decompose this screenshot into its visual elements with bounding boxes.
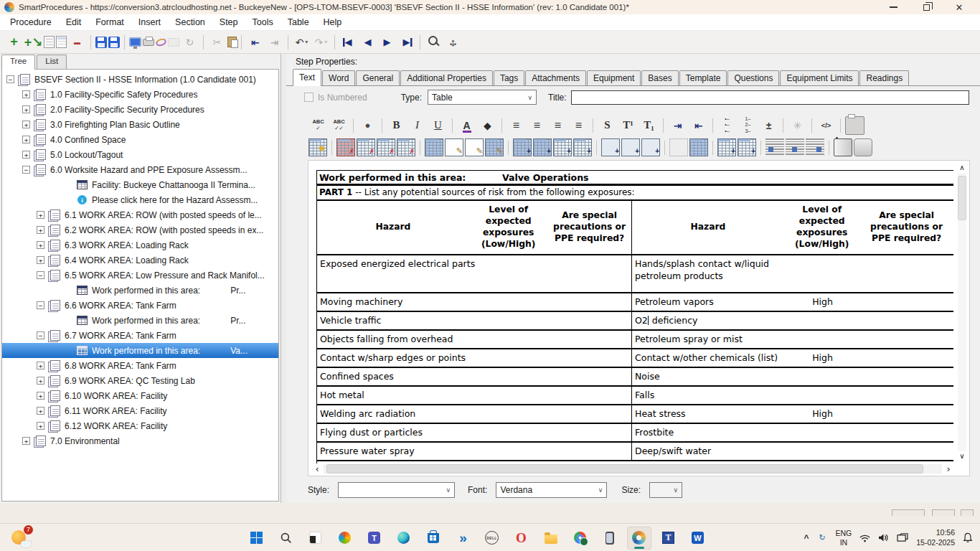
- horizontal-scroll-thumb[interactable]: [326, 464, 923, 474]
- exposure-level-cell[interactable]: [785, 312, 860, 329]
- table-properties-button[interactable]: [425, 138, 443, 156]
- wifi-icon[interactable]: [859, 534, 870, 542]
- collapse-icon[interactable]: −: [6, 75, 14, 83]
- hazard-cell-left[interactable]: Hot metal: [317, 387, 631, 404]
- merge-cells-button[interactable]: +: [621, 138, 640, 156]
- work-area-row[interactable]: Work performed in this area: Valve Opera…: [317, 171, 953, 186]
- collapse-icon[interactable]: −: [37, 331, 44, 339]
- tree-item-4-0-confined-space[interactable]: +4.0 Confined Space: [2, 132, 278, 147]
- collapse-icon[interactable]: −: [37, 271, 44, 279]
- close-button[interactable]: ✕: [943, 1, 976, 14]
- spell-check-as-you-type-button[interactable]: ABC ✓✓: [329, 116, 349, 135]
- weather-widget[interactable]: 7: [10, 527, 32, 549]
- bold-button[interactable]: B: [387, 116, 406, 135]
- indent-text-button[interactable]: ⇥: [668, 116, 687, 135]
- tab-readings[interactable]: Readings: [859, 70, 909, 85]
- delete-step-button[interactable]: ▬: [68, 33, 86, 51]
- expand-icon[interactable]: +: [22, 136, 30, 143]
- hazard-cell-left[interactable]: Welding arc radiation: [317, 405, 631, 423]
- precautions-cell[interactable]: [860, 331, 953, 348]
- hazard-cell-right[interactable]: Heat stress: [631, 405, 785, 423]
- tree-item-1-0-facility-specific-safety-procedures[interactable]: +1.0 Facility-Specific Safety Procedures: [2, 87, 278, 102]
- superscript-button[interactable]: T¹: [618, 116, 638, 135]
- justify-button[interactable]: ≡: [569, 116, 588, 135]
- tree-item-7-0-environmental[interactable]: +7.0 Environmental: [2, 433, 278, 448]
- tab-tags[interactable]: Tags: [494, 70, 524, 85]
- menu-step[interactable]: Step: [212, 15, 245, 29]
- tab-attachments[interactable]: Attachments: [525, 70, 586, 85]
- tab-bases[interactable]: Bases: [641, 70, 678, 85]
- menu-section[interactable]: Section: [168, 15, 212, 29]
- taskbar-smartprocedures-icon[interactable]: [627, 527, 651, 550]
- expand-icon[interactable]: +: [37, 392, 44, 400]
- tree-item-6-5-work-area-low-pressure-and-rack-mani[interactable]: −6.5 WORK AREA: Low Pressure and Rack Ma…: [2, 268, 278, 283]
- tree-item-6-1-work-area-row-with-posted-speeds-of-[interactable]: +6.1 WORK AREA: ROW (with posted speeds …: [2, 207, 278, 222]
- last-step-button[interactable]: ▶: [397, 33, 415, 51]
- menu-edit[interactable]: Edit: [59, 15, 89, 29]
- size-select[interactable]: ∨: [649, 482, 682, 498]
- scroll-right-icon[interactable]: ›: [943, 463, 953, 474]
- taskbar-teams-icon[interactable]: T: [362, 527, 387, 550]
- panel-splitter[interactable]: [281, 54, 286, 503]
- scroll-left-icon[interactable]: ‹: [312, 463, 322, 474]
- align-right-button[interactable]: ≡: [548, 116, 567, 135]
- type-select[interactable]: Table ∨: [428, 90, 537, 105]
- taskbar-dell-icon[interactable]: DELL: [480, 527, 504, 550]
- expand-icon[interactable]: +: [37, 211, 44, 219]
- expand-icon[interactable]: +: [22, 121, 30, 128]
- tree-item-6-9-work-area-qc-testing-lab[interactable]: +6.9 WORK AREA: QC Testing Lab: [2, 373, 278, 388]
- hazard-cell-left[interactable]: Pressure water spray: [317, 443, 631, 460]
- exposure-level-cell[interactable]: [785, 424, 860, 441]
- add-step-button[interactable]: +: [5, 33, 23, 51]
- sync-icon[interactable]: ↻: [817, 532, 828, 543]
- precautions-cell[interactable]: [860, 424, 953, 441]
- taskbar-phone-link-icon[interactable]: [598, 527, 622, 550]
- tab-template[interactable]: Template: [679, 70, 727, 85]
- exposure-level-cell[interactable]: High: [785, 405, 860, 423]
- hazard-cell-right[interactable]: Deep/swift water: [631, 443, 785, 460]
- step-text-editor[interactable]: Work performed in this area: Valve Opera…: [308, 160, 970, 476]
- tab-word[interactable]: Word: [322, 70, 355, 85]
- tree-item-bsevf-section-ii-hsse-information-1-0-ca[interactable]: −BSEVF Section II - HSSE Information (1.…: [2, 72, 278, 87]
- taskbar-copilot-icon[interactable]: [333, 527, 357, 550]
- save-as-button[interactable]: [95, 37, 107, 48]
- speaker-icon[interactable]: [878, 533, 889, 542]
- expand-icon[interactable]: +: [22, 90, 30, 98]
- hazard-cell-left[interactable]: Exposed energized electrical parts: [317, 255, 631, 292]
- expand-icon[interactable]: +: [37, 422, 44, 430]
- hazard-cell-right[interactable]: Hands/splash contact w/liquid petroleum …: [631, 255, 785, 292]
- tree-item-6-7-work-area-tank-farm[interactable]: −6.7 WORK AREA: Tank Farm: [2, 328, 278, 343]
- cell-selection-button[interactable]: [689, 138, 708, 156]
- outdent-text-button[interactable]: ⇤: [689, 116, 708, 135]
- font-color-button[interactable]: A: [457, 116, 476, 135]
- taskbar-start-icon[interactable]: [245, 527, 269, 550]
- title-input[interactable]: [571, 90, 969, 105]
- editor-horizontal-scrollbar[interactable]: ‹ ›: [312, 463, 953, 474]
- subscript-button[interactable]: T₁: [639, 116, 659, 135]
- tree-item-work-performed-in-this-area[interactable]: −Work performed in this area:Pr...: [2, 313, 278, 328]
- exposure-level-cell[interactable]: [785, 387, 860, 404]
- vertical-scroll-track[interactable]: [958, 173, 966, 451]
- tree-item-6-11-work-area-facility[interactable]: +6.11 WORK AREA: Facility: [2, 403, 278, 418]
- hazard-cell-left[interactable]: Contact w/sharp edges or points: [317, 349, 631, 367]
- tab-general[interactable]: General: [356, 70, 400, 85]
- insert-row-below-button[interactable]: +: [573, 138, 592, 156]
- insert-row-above-button[interactable]: +: [553, 138, 572, 156]
- tree-item-2-0-facility-specific-security-procedure[interactable]: +2.0 Facility-Specific Security Procedur…: [2, 102, 278, 117]
- scroll-down-icon[interactable]: ∨: [959, 451, 964, 461]
- form-view-button[interactable]: [56, 36, 67, 48]
- taskbar-store-icon[interactable]: [421, 527, 446, 550]
- precautions-cell[interactable]: [860, 405, 953, 423]
- horizontal-scroll-track[interactable]: [324, 464, 942, 474]
- table-align-left-button[interactable]: [765, 138, 784, 156]
- bullet-list-button[interactable]: •– •– •–: [717, 116, 737, 135]
- taskbar-opera-icon[interactable]: O: [509, 527, 534, 550]
- taskbar-chrome-icon[interactable]: [568, 527, 593, 550]
- add-table-after-button[interactable]: +: [738, 138, 756, 156]
- precautions-cell[interactable]: [860, 312, 953, 329]
- font-select[interactable]: Verdana ∨: [496, 482, 607, 498]
- expand-icon[interactable]: +: [37, 362, 44, 369]
- outline-view-button[interactable]: [44, 36, 55, 48]
- expand-icon[interactable]: +: [37, 256, 44, 264]
- previous-step-button[interactable]: ◀: [359, 33, 377, 51]
